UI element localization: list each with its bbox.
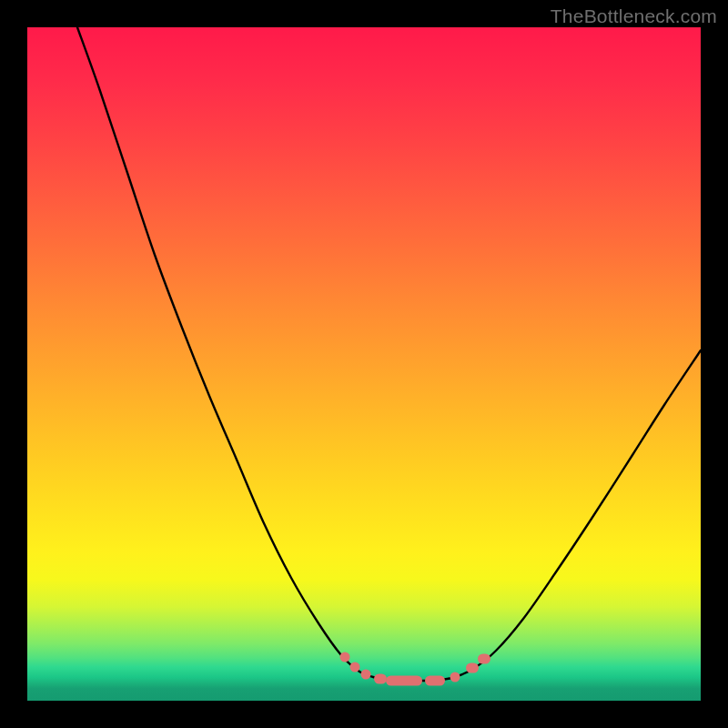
valley-marker xyxy=(478,654,490,664)
valley-marker xyxy=(450,672,460,682)
valley-marker xyxy=(425,676,445,686)
valley-marker xyxy=(350,662,360,672)
valley-marker-group xyxy=(340,652,491,686)
plot-area xyxy=(27,27,701,701)
valley-marker xyxy=(340,652,350,662)
valley-marker xyxy=(361,670,371,680)
valley-marker xyxy=(374,674,387,684)
valley-marker xyxy=(386,676,422,686)
curve-layer xyxy=(27,27,701,701)
watermark-text: TheBottleneck.com xyxy=(551,5,717,27)
bottleneck-curve xyxy=(77,27,701,681)
valley-marker xyxy=(466,663,479,673)
chart-frame: TheBottleneck.com xyxy=(0,0,728,728)
